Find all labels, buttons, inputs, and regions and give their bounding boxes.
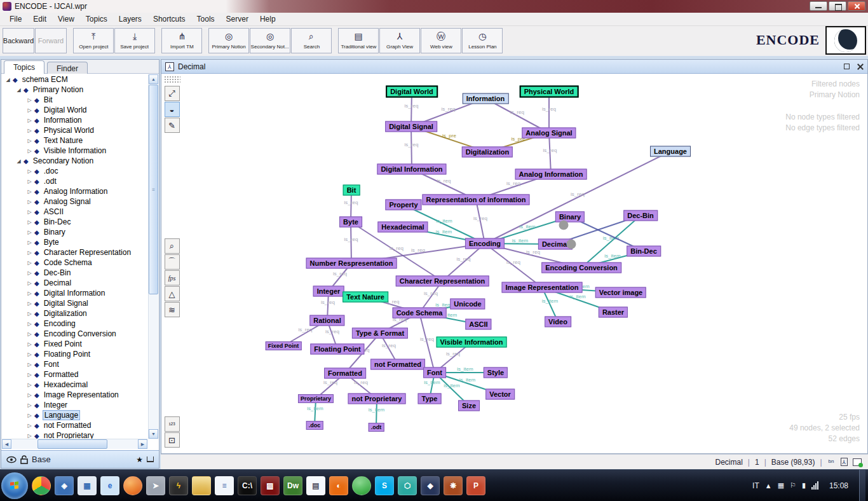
- graph-node-formatted[interactable]: Formatted: [324, 368, 366, 379]
- collapsed-icon[interactable]: ▷: [26, 219, 33, 225]
- keyboard-tray-icon[interactable]: ▦: [778, 481, 784, 490]
- tree-item-secondary-notion[interactable]: ◢◆Secondary Notion: [2, 156, 147, 166]
- collapsed-icon[interactable]: ▷: [26, 118, 33, 123]
- web-view-button[interactable]: ⓌWeb view: [421, 28, 461, 53]
- taskbar-icon-internet-explorer[interactable]: e: [100, 476, 119, 495]
- graph-node-language[interactable]: Language: [650, 146, 691, 157]
- taskbar-icon-folder-explorer[interactable]: [192, 476, 211, 495]
- collapsed-icon[interactable]: ▷: [26, 321, 33, 327]
- tab-finder[interactable]: Finder: [47, 62, 88, 74]
- fit-view-button[interactable]: ⤢: [165, 86, 180, 101]
- graph-node-physical-world[interactable]: Physical World: [520, 86, 579, 98]
- taskbar-icon-flash[interactable]: ϟ: [169, 476, 188, 495]
- taskbar-icon-notes[interactable]: ≡: [215, 476, 234, 495]
- panel-maximize-icon[interactable]: [844, 64, 850, 69]
- hidden-icons-arrow[interactable]: ▲: [765, 482, 772, 490]
- collapsed-icon[interactable]: ▷: [26, 311, 33, 317]
- graph-node-bin-dec[interactable]: Bin-Dec: [627, 246, 661, 257]
- tree-item-digital-information[interactable]: ▷◆Digital Information: [2, 288, 147, 298]
- graph-node-size[interactable]: Size: [458, 401, 480, 411]
- collapsed-icon[interactable]: ▷: [26, 260, 33, 266]
- collapsed-icon[interactable]: ▷: [26, 240, 33, 245]
- secondary-notion-button[interactable]: ◎Secondary Not...: [250, 28, 290, 53]
- scroll-up-icon[interactable]: ▲: [149, 74, 158, 84]
- graph-canvas[interactable]: ⤢◒✎ ⌕⌒fps△≋ ¹²³⊡ is_reqis_reqis_reqis_re…: [161, 74, 867, 453]
- graph-node-analog-signal[interactable]: Analog Signal: [522, 128, 576, 139]
- tree-item-language[interactable]: ▷◆Language: [2, 410, 147, 420]
- graph-node-not-proprietary[interactable]: not Proprietary: [348, 394, 406, 404]
- graph-node-font[interactable]: Font: [423, 367, 446, 378]
- menu-help[interactable]: Help: [254, 13, 281, 25]
- tree-item--odt[interactable]: ▷◆.odt: [2, 176, 147, 186]
- menu-layers[interactable]: Layers: [113, 13, 147, 25]
- collapsed-icon[interactable]: ▷: [26, 301, 33, 306]
- scroll-down-icon[interactable]: ▼: [149, 429, 158, 439]
- eye-icon[interactable]: [6, 456, 17, 463]
- collapsed-icon[interactable]: ▷: [26, 423, 33, 429]
- tree-item-physical-world[interactable]: ▷◆Physical World: [2, 125, 147, 135]
- save-project-button[interactable]: ⤓Save project: [114, 28, 155, 53]
- graph-node-odt[interactable]: .odt: [369, 423, 384, 432]
- menu-topics[interactable]: Topics: [80, 13, 113, 25]
- collapsed-icon[interactable]: ▷: [26, 230, 33, 235]
- graph-node-dec-bin[interactable]: Dec-Bin: [623, 210, 658, 221]
- graph-view-button[interactable]: ⅄Graph View: [379, 28, 420, 53]
- clock[interactable]: 15:08: [824, 481, 853, 490]
- collapsed-icon[interactable]: ▷: [26, 392, 33, 398]
- collapsed-icon[interactable]: ▷: [26, 97, 33, 103]
- graph-node-vector-image[interactable]: Vector image: [595, 287, 646, 298]
- tree-item-bin-dec[interactable]: ▷◆Bin-Dec: [2, 217, 147, 227]
- taskbar-icon-text-editor[interactable]: ▤: [306, 476, 325, 495]
- collapsed-icon[interactable]: ▷: [26, 179, 33, 184]
- tree-item-binary[interactable]: ▷◆Binary: [2, 227, 147, 237]
- collapsed-icon[interactable]: ▷: [26, 433, 33, 439]
- tree-item-byte[interactable]: ▷◆Byte: [2, 237, 147, 247]
- collapsed-icon[interactable]: ▷: [26, 128, 33, 134]
- menu-server[interactable]: Server: [220, 13, 254, 25]
- graph-node-text-nature[interactable]: Text Nature: [342, 292, 388, 303]
- weight-tool-button[interactable]: △: [165, 286, 180, 301]
- graph-node-bit[interactable]: Bit: [343, 185, 360, 196]
- start-button[interactable]: [1, 472, 28, 499]
- tree-item-dec-bin[interactable]: ▷◆Dec-Bin: [2, 268, 147, 278]
- taskbar-icon-teamviewer[interactable]: ◈: [55, 476, 74, 495]
- tree-item-font[interactable]: ▷◆Font: [2, 359, 147, 369]
- tree-item--doc[interactable]: ▷◆.doc: [2, 166, 147, 176]
- graph-node-doc[interactable]: .doc: [306, 421, 323, 430]
- graph-node-rational[interactable]: Rational: [309, 315, 344, 326]
- session-status-icon[interactable]: [853, 458, 862, 466]
- graph-node-unicode[interactable]: Unicode: [450, 299, 485, 310]
- graph-node-visible-information[interactable]: Visible Information: [437, 337, 507, 348]
- tree-item-bit[interactable]: ▷◆Bit: [2, 95, 147, 105]
- graph-node-analog-information[interactable]: Analog Information: [515, 169, 587, 180]
- tree-item-code-schema[interactable]: ▷◆Code Schema: [2, 257, 147, 268]
- tree-item-encoding[interactable]: ▷◆Encoding: [2, 319, 147, 329]
- collapsed-icon[interactable]: ▷: [26, 168, 33, 174]
- graph-node-number-respresentation[interactable]: Number Respresentation: [306, 258, 397, 269]
- power-tray-icon[interactable]: ▮: [802, 481, 806, 490]
- favorite-star-icon[interactable]: ★: [136, 455, 143, 464]
- expanded-icon[interactable]: ◢: [4, 77, 11, 83]
- graph-node-property[interactable]: Property: [385, 200, 421, 210]
- taskbar-icon-firefox[interactable]: [123, 476, 142, 495]
- selection-handle-dot[interactable]: [559, 221, 569, 230]
- collapsed-icon[interactable]: ▷: [26, 402, 33, 408]
- tree-item-digital-signal[interactable]: ▷◆Digital Signal: [2, 298, 147, 308]
- collapse-button[interactable]: ⊡: [165, 432, 180, 448]
- collapsed-icon[interactable]: ▷: [26, 352, 33, 357]
- collapsed-icon[interactable]: ▷: [26, 138, 33, 144]
- zoom-tool-button[interactable]: ⌕: [165, 238, 180, 254]
- graph-node-image-representation[interactable]: Image Representation: [502, 282, 583, 293]
- taskbar-icon-chrome[interactable]: [32, 476, 51, 495]
- taskbar-icon-powerpoint[interactable]: P: [466, 476, 485, 495]
- traditional-view-button[interactable]: ▤Traditional view: [338, 28, 379, 53]
- graph-node-type-format[interactable]: Type & Format: [352, 328, 408, 339]
- graph-node-byte[interactable]: Byte: [339, 217, 362, 228]
- taskbar-icon-dreamweaver[interactable]: Dw: [283, 476, 302, 495]
- close-button[interactable]: [848, 1, 865, 11]
- lesson-plan-button[interactable]: ◷Lesson Plan: [462, 28, 503, 53]
- taskbar-icon-openproject[interactable]: [352, 476, 371, 495]
- collapsed-icon[interactable]: ▷: [26, 372, 33, 378]
- expanded-icon[interactable]: ◢: [15, 87, 22, 93]
- tree-item-digital-world[interactable]: ▷◆Digital World: [2, 105, 147, 115]
